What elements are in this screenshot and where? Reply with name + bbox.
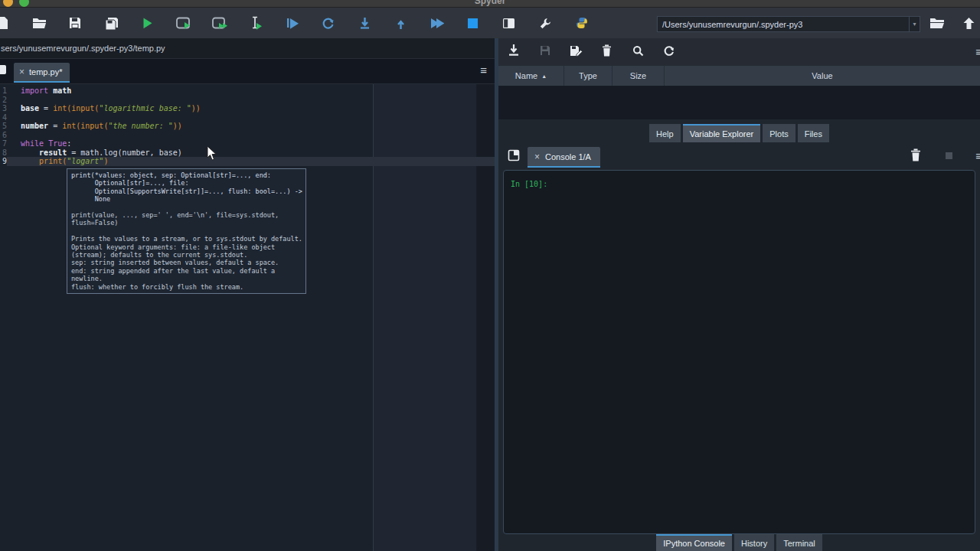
- panel-tab-strip: HelpVariable ExplorerPlotsFiles: [498, 119, 980, 142]
- code-line-7[interactable]: 7while True:: [0, 139, 495, 148]
- stop-debug-button[interactable]: [427, 13, 446, 33]
- step-return-button[interactable]: [391, 13, 410, 33]
- tab-plots[interactable]: Plots: [763, 124, 795, 142]
- save-all-icon: [105, 17, 119, 30]
- code-line-1[interactable]: 1import math: [0, 86, 495, 96]
- python-env-icon: [576, 17, 588, 29]
- breadcrumb: sers/yunusemrevurgun/.spyder-py3/temp.py: [0, 38, 495, 59]
- tab-help[interactable]: Help: [649, 124, 681, 142]
- open-file-button[interactable]: [30, 13, 48, 33]
- parent-directory-button[interactable]: [959, 13, 978, 33]
- tab-variable-explorer[interactable]: Variable Explorer: [683, 124, 761, 142]
- save-data-button[interactable]: [536, 44, 554, 60]
- run-cell-icon: [176, 17, 191, 30]
- preferences-icon: [539, 17, 552, 30]
- spyder-window: Spyder /Users/yunusemrevurgun/.spyder-py…: [0, 0, 980, 551]
- main-toolbar: /Users/yunusemrevurgun/.spyder-py3 ▾: [0, 8, 980, 39]
- panes-button[interactable]: [499, 13, 518, 33]
- tab-files[interactable]: Files: [798, 124, 829, 142]
- tab-label: temp.py*: [29, 67, 62, 77]
- line-number: 1: [0, 86, 7, 96]
- step-return-icon: [395, 17, 407, 30]
- close-icon[interactable]: ×: [534, 152, 540, 161]
- code-line-3[interactable]: 3base = int(input("logarithmic base: ")): [0, 104, 495, 113]
- save-all-button[interactable]: [103, 13, 121, 33]
- column-header-value[interactable]: Value: [665, 66, 980, 86]
- options-menu-icon[interactable]: ≡: [480, 64, 487, 77]
- step-into-button[interactable]: [355, 13, 374, 33]
- run-selection-button[interactable]: [247, 13, 265, 33]
- column-header-type[interactable]: Type: [564, 66, 612, 86]
- run-selection-icon: [250, 16, 262, 30]
- code-line-5[interactable]: 5number = int(input("the number: ")): [0, 122, 495, 131]
- browse-tabs-icon[interactable]: [0, 65, 6, 74]
- code-line-2[interactable]: 2: [0, 96, 495, 105]
- editor-pane: sers/yunusemrevurgun/.spyder-py3/temp.py…: [0, 38, 495, 551]
- new-console-icon[interactable]: [508, 149, 520, 161]
- preferences-button[interactable]: [536, 13, 554, 33]
- right-pane: ≡ Name ▲ Type Size Value HelpVariable Ex…: [498, 38, 980, 551]
- tab-temp-py[interactable]: × temp.py*: [14, 63, 70, 83]
- run-file-button[interactable]: [139, 13, 157, 33]
- tab-terminal[interactable]: Terminal: [776, 534, 822, 551]
- editor-tabbar: × temp.py* ≡: [0, 59, 495, 84]
- save-data-icon: [540, 45, 550, 59]
- column-header-name[interactable]: Name ▲: [498, 66, 564, 86]
- search-variable-icon: [632, 45, 644, 60]
- tab-ipython-console[interactable]: IPython Console: [656, 534, 732, 551]
- options-menu-icon[interactable]: ≡: [975, 45, 980, 58]
- line-number: 6: [0, 131, 7, 140]
- run-cell-advance-icon: [212, 17, 227, 30]
- line-text: result = math.log(number, base): [7, 148, 495, 158]
- trash-icon[interactable]: [910, 148, 921, 161]
- line-text: [7, 96, 495, 105]
- line-number: 7: [0, 139, 7, 148]
- line-text: print("logart"): [7, 157, 495, 166]
- window-title: Spyder: [0, 0, 980, 6]
- open-file-icon: [32, 17, 47, 29]
- run-cell-button[interactable]: [175, 13, 193, 33]
- code-line-4[interactable]: 4: [0, 113, 495, 122]
- open-directory-button[interactable]: [928, 13, 946, 33]
- code-editor[interactable]: 1import math23base = int(input("logarith…: [0, 84, 495, 551]
- close-icon[interactable]: ×: [19, 67, 24, 77]
- tab-console-1a[interactable]: × Console 1/A: [528, 147, 600, 168]
- column-header-size[interactable]: Size: [612, 66, 665, 86]
- save-data-as-button[interactable]: [567, 44, 585, 60]
- save-data-as-icon: [570, 45, 583, 60]
- remove-variable-button[interactable]: [598, 44, 616, 60]
- re-run-cell-icon: [322, 17, 335, 30]
- console-tab-label: Console 1/A: [545, 152, 591, 161]
- tab-history[interactable]: History: [734, 534, 774, 551]
- line-number: 5: [0, 122, 7, 131]
- re-run-cell-button[interactable]: [319, 13, 338, 33]
- refresh-variables-button[interactable]: [660, 44, 678, 60]
- breadcrumb-path: sers/yunusemrevurgun/.spyder-py3/temp.py: [1, 44, 165, 53]
- python-env-button[interactable]: [573, 13, 591, 33]
- line-number: 3: [0, 104, 7, 113]
- line-text: number = int(input("the number: ")): [7, 122, 495, 131]
- search-variable-button[interactable]: [629, 44, 647, 60]
- code-line-9[interactable]: 9 print("logart"): [0, 157, 495, 166]
- console-prompt: In [10]:: [511, 180, 547, 188]
- print-calltip: print(*values: object, sep: Optional[str…: [67, 168, 306, 294]
- code-lines: 1import math23base = int(input("logarith…: [0, 86, 495, 166]
- stop-kernel-button[interactable]: [464, 13, 482, 33]
- titlebar: Spyder: [0, 0, 980, 8]
- line-text: base = int(input("logarithmic base: ")): [7, 104, 495, 113]
- options-menu-icon[interactable]: ≡: [975, 149, 980, 162]
- stop-debug-icon: [430, 17, 444, 30]
- ipython-console[interactable]: In [10]:: [503, 170, 975, 534]
- new-file-button[interactable]: [0, 13, 12, 33]
- debug-file-button[interactable]: [283, 13, 302, 33]
- chevron-down-icon[interactable]: ▾: [909, 17, 920, 31]
- import-data-button[interactable]: [505, 44, 523, 60]
- run-cell-advance-button[interactable]: [211, 13, 229, 33]
- code-line-6[interactable]: 6: [0, 131, 495, 140]
- save-file-button[interactable]: [66, 13, 84, 33]
- line-number: 4: [0, 113, 7, 122]
- variable-explorer-toolbar: ≡: [498, 38, 980, 66]
- working-directory-value: /Users/yunusemrevurgun/.spyder-py3: [658, 20, 909, 29]
- working-directory-select[interactable]: /Users/yunusemrevurgun/.spyder-py3 ▾: [657, 16, 920, 32]
- code-line-8[interactable]: 8 result = math.log(number, base): [0, 148, 495, 158]
